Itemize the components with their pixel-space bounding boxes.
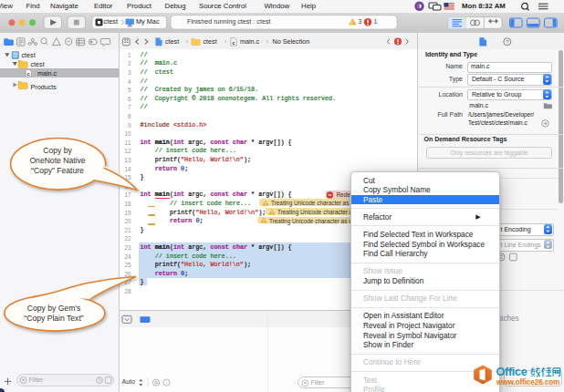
svg-text:?: ? xyxy=(506,39,509,45)
svg-text:›: › xyxy=(225,37,227,46)
svg-text:OneNote Native: OneNote Native xyxy=(29,156,85,165)
svg-text:Copy by Gem's: Copy by Gem's xyxy=(27,304,80,313)
svg-text:“Copy Plain Text”: “Copy Plain Text” xyxy=(24,314,83,323)
svg-text:“Copy” Feature: “Copy” Feature xyxy=(31,166,84,175)
svg-text:c: c xyxy=(27,70,30,76)
svg-text:!: ! xyxy=(350,19,352,25)
svg-text:c: c xyxy=(232,39,235,45)
svg-text:›: › xyxy=(266,37,269,46)
svg-text:i: i xyxy=(166,380,167,386)
svg-text:›: › xyxy=(186,37,189,46)
svg-text:Copy by: Copy by xyxy=(43,146,72,155)
